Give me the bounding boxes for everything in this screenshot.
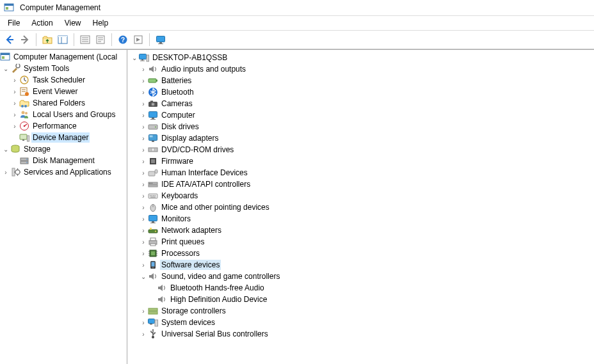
menu-help[interactable]: Help bbox=[88, 17, 114, 29]
menu-view[interactable]: View bbox=[60, 17, 86, 29]
toolbar-separator bbox=[36, 33, 36, 46]
expander-icon[interactable]: › bbox=[139, 227, 148, 234]
expander-icon[interactable]: › bbox=[139, 123, 148, 131]
computer-icon bbox=[139, 52, 149, 63]
device-root[interactable]: ⌄ DESKTOP-AB1QSSB bbox=[127, 52, 594, 63]
cat-batteries[interactable]: ›Batteries bbox=[127, 75, 594, 86]
tree-label: Services and Applications bbox=[22, 167, 113, 177]
cat-software-devices[interactable]: ›Software devices bbox=[127, 259, 594, 271]
expander-icon[interactable]: › bbox=[139, 319, 148, 326]
tree-services-apps[interactable]: › Services and Applications bbox=[0, 166, 127, 178]
cat-keyboards[interactable]: ›Keyboards bbox=[127, 190, 594, 202]
expander-icon[interactable]: ⌄ bbox=[130, 54, 139, 61]
cat-dvd[interactable]: ›DVD/CD-ROM drives bbox=[127, 144, 594, 155]
expander-icon[interactable]: › bbox=[139, 250, 148, 257]
cat-ide[interactable]: ›IDE ATA/ATAPI controllers bbox=[127, 178, 594, 190]
cat-cameras[interactable]: ›Cameras bbox=[127, 98, 594, 109]
expander-icon[interactable]: › bbox=[139, 204, 148, 211]
device-label: Storage controllers bbox=[160, 306, 227, 316]
tree-event-viewer[interactable]: › Event Viewer bbox=[0, 86, 127, 97]
tree-label: Event Viewer bbox=[31, 86, 79, 97]
tree-label: Device Manager bbox=[31, 132, 90, 143]
expander-icon[interactable]: › bbox=[139, 66, 148, 73]
app-icon bbox=[4, 3, 14, 13]
cat-monitors[interactable]: ›Monitors bbox=[127, 213, 594, 225]
expander-icon[interactable]: ⌄ bbox=[1, 146, 10, 153]
cat-processors[interactable]: ›Processors bbox=[127, 248, 594, 259]
expander-icon[interactable]: › bbox=[139, 77, 148, 84]
expander-icon[interactable]: › bbox=[139, 170, 148, 177]
cat-display-adapters[interactable]: ›Display adapters bbox=[127, 132, 594, 144]
expander-icon[interactable]: › bbox=[10, 100, 19, 107]
expander-icon[interactable]: › bbox=[139, 158, 148, 165]
device-label: High Definition Audio Device bbox=[169, 294, 268, 305]
console-tree[interactable]: Computer Management (Local ⌄ System Tool… bbox=[0, 50, 127, 364]
cat-computer[interactable]: ›Computer bbox=[127, 109, 594, 121]
cat-sound-video-game[interactable]: ⌄Sound, video and game controllers bbox=[127, 271, 594, 282]
expander-icon[interactable]: › bbox=[139, 181, 148, 188]
tree-system-tools[interactable]: ⌄ System Tools bbox=[0, 63, 127, 74]
view-mode-button[interactable] bbox=[154, 33, 168, 47]
ide-icon bbox=[148, 179, 158, 189]
expander-icon[interactable]: › bbox=[10, 111, 19, 118]
list-button[interactable] bbox=[78, 33, 92, 47]
help-button[interactable] bbox=[116, 33, 130, 47]
device-label: Mice and other pointing devices bbox=[160, 202, 271, 212]
tree-disk-management[interactable]: › Disk Management bbox=[0, 155, 127, 166]
cat-storage-controllers[interactable]: ›Storage controllers bbox=[127, 305, 594, 317]
cat-firmware[interactable]: ›Firmware bbox=[127, 155, 594, 167]
show-hide-tree-button[interactable] bbox=[56, 33, 70, 47]
cat-print-queues[interactable]: ›Print queues bbox=[127, 236, 594, 248]
tree-storage[interactable]: ⌄ Storage bbox=[0, 143, 127, 155]
window-titlebar: Computer Management bbox=[0, 0, 594, 16]
menu-action[interactable]: Action bbox=[26, 17, 58, 29]
tree-root[interactable]: Computer Management (Local bbox=[0, 51, 127, 63]
expander-icon[interactable]: › bbox=[139, 216, 148, 223]
printer-icon bbox=[148, 237, 158, 247]
expander-icon[interactable]: › bbox=[139, 112, 148, 119]
back-button[interactable] bbox=[3, 33, 17, 47]
device-label: Sound, video and game controllers bbox=[160, 271, 281, 281]
cat-bluetooth[interactable]: ›Bluetooth bbox=[127, 86, 594, 98]
tree-shared-folders[interactable]: › Shared Folders bbox=[0, 97, 127, 109]
expander-icon[interactable]: ⌄ bbox=[1, 65, 10, 72]
expander-icon[interactable]: › bbox=[139, 135, 148, 142]
expander-icon[interactable]: › bbox=[139, 193, 148, 200]
expander-icon[interactable]: › bbox=[10, 123, 19, 130]
properties-button[interactable] bbox=[93, 33, 108, 47]
menu-file[interactable]: File bbox=[3, 17, 25, 29]
cat-mice[interactable]: ›Mice and other pointing devices bbox=[127, 202, 594, 213]
expander-icon[interactable]: › bbox=[1, 169, 10, 176]
forward-button[interactable] bbox=[18, 33, 32, 47]
cat-disk-drives[interactable]: ›Disk drives bbox=[127, 121, 594, 132]
expander-icon[interactable]: › bbox=[139, 262, 148, 269]
expander-icon[interactable]: › bbox=[139, 146, 148, 154]
tree-label: Local Users and Groups bbox=[31, 109, 116, 120]
dev-hd-audio[interactable]: High Definition Audio Device bbox=[127, 294, 594, 305]
device-tree[interactable]: ⌄ DESKTOP-AB1QSSB ›Audio inputs and outp… bbox=[127, 50, 594, 364]
expander-icon[interactable]: › bbox=[10, 77, 19, 84]
speaker-icon bbox=[148, 64, 158, 74]
expander-icon[interactable]: › bbox=[10, 88, 19, 95]
expander-icon[interactable]: › bbox=[139, 308, 148, 315]
up-button[interactable] bbox=[40, 33, 54, 47]
cat-hid[interactable]: ›Human Interface Devices bbox=[127, 167, 594, 178]
tree-performance[interactable]: › Performance bbox=[0, 120, 127, 132]
expander-icon[interactable]: ⌄ bbox=[139, 273, 148, 280]
action-button[interactable] bbox=[131, 33, 145, 47]
monitor-icon bbox=[148, 110, 158, 120]
expander-icon[interactable]: › bbox=[139, 331, 148, 338]
disk-management-icon bbox=[19, 155, 29, 166]
cat-system-devices[interactable]: ›System devices bbox=[127, 317, 594, 328]
cat-network[interactable]: ›Network adapters bbox=[127, 225, 594, 236]
tree-local-users[interactable]: › Local Users and Groups bbox=[0, 109, 127, 120]
expander-icon[interactable]: › bbox=[139, 100, 148, 107]
cat-audio-io[interactable]: ›Audio inputs and outputs bbox=[127, 63, 594, 75]
tree-task-scheduler[interactable]: › Task Scheduler bbox=[0, 74, 127, 86]
hid-icon bbox=[148, 168, 158, 178]
expander-icon[interactable]: › bbox=[139, 89, 148, 96]
cat-usb[interactable]: ›Universal Serial Bus controllers bbox=[127, 328, 594, 340]
expander-icon[interactable]: › bbox=[139, 239, 148, 246]
dev-bt-audio[interactable]: Bluetooth Hands-free Audio bbox=[127, 282, 594, 294]
tree-device-manager[interactable]: › Device Manager bbox=[0, 132, 127, 143]
